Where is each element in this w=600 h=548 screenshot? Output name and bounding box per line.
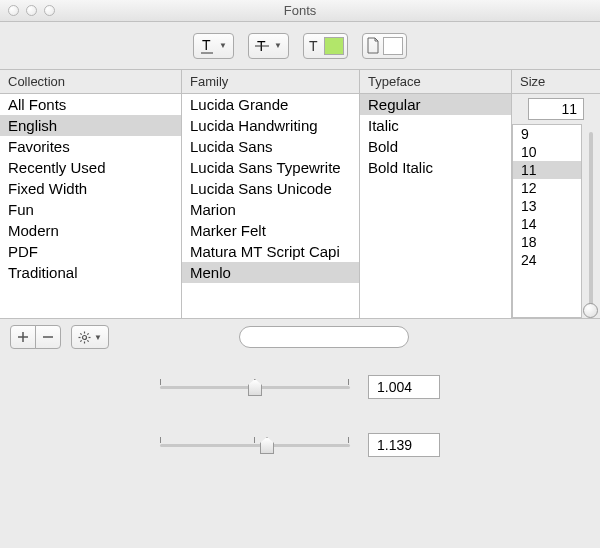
remove-button[interactable] xyxy=(35,325,61,349)
collection-header: Collection xyxy=(0,70,182,94)
list-item[interactable]: 14 xyxy=(513,215,581,233)
list-item[interactable]: 10 xyxy=(513,143,581,161)
text-color-icon: T xyxy=(307,38,321,54)
font-columns: Collection All FontsEnglishFavoritesRece… xyxy=(0,70,600,319)
family-list[interactable]: Lucida GrandeLucida HandwritingLucida Sa… xyxy=(182,94,360,318)
size-slider[interactable] xyxy=(582,124,600,318)
gear-icon xyxy=(78,331,91,344)
list-item[interactable]: Menlo xyxy=(182,262,359,283)
list-item[interactable]: PDF xyxy=(0,241,181,262)
chevron-down-icon: ▼ xyxy=(219,41,227,50)
typeface-header: Typeface xyxy=(360,70,512,94)
list-item[interactable]: Lucida Handwriting xyxy=(182,115,359,136)
list-item[interactable]: Italic xyxy=(360,115,511,136)
list-item[interactable]: 9 xyxy=(513,125,581,143)
family-header: Family xyxy=(182,70,360,94)
search-wrap xyxy=(239,326,409,348)
strikethrough-button[interactable]: T ▼ xyxy=(248,33,289,59)
size-list[interactable]: 910111213141824 xyxy=(512,124,582,318)
slider-row-1 xyxy=(160,375,440,399)
text-color-swatch xyxy=(324,37,344,55)
list-item[interactable]: 24 xyxy=(513,251,581,269)
list-item[interactable]: English xyxy=(0,115,181,136)
family-column: Family Lucida GrandeLucida HandwritingLu… xyxy=(182,70,360,318)
text-color-button[interactable]: T xyxy=(303,33,348,59)
svg-line-14 xyxy=(87,340,88,341)
slider-1-thumb[interactable] xyxy=(248,379,262,396)
add-button[interactable] xyxy=(10,325,36,349)
list-item[interactable]: Fixed Width xyxy=(0,178,181,199)
window-titlebar: Fonts xyxy=(0,0,600,22)
list-item[interactable]: Matura MT Script Capi xyxy=(182,241,359,262)
svg-line-16 xyxy=(80,340,81,341)
slider-row-2 xyxy=(160,433,440,457)
svg-line-13 xyxy=(80,333,81,334)
list-item[interactable]: 11 xyxy=(513,161,581,179)
collection-column: Collection All FontsEnglishFavoritesRece… xyxy=(0,70,182,318)
action-menu-button[interactable]: ▼ xyxy=(71,325,109,349)
list-item[interactable]: All Fonts xyxy=(0,94,181,115)
list-item[interactable]: Bold xyxy=(360,136,511,157)
size-header: Size xyxy=(512,70,600,94)
underline-icon: T xyxy=(200,38,214,54)
list-item[interactable]: Recently Used xyxy=(0,157,181,178)
chevron-down-icon: ▼ xyxy=(94,333,102,342)
list-item[interactable]: Favorites xyxy=(0,136,181,157)
bottom-bar: ▼ xyxy=(0,319,600,355)
svg-point-8 xyxy=(83,335,87,339)
adjustment-sliders xyxy=(0,355,600,477)
list-item[interactable]: Lucida Sans Typewrite xyxy=(182,157,359,178)
size-input[interactable] xyxy=(528,98,584,120)
list-item[interactable]: Marion xyxy=(182,199,359,220)
plus-icon xyxy=(18,332,28,342)
list-item[interactable]: Lucida Grande xyxy=(182,94,359,115)
svg-text:T: T xyxy=(202,38,211,53)
document-color-button[interactable] xyxy=(362,33,407,59)
list-item[interactable]: Regular xyxy=(360,94,511,115)
chevron-down-icon: ▼ xyxy=(274,41,282,50)
list-item[interactable]: Marker Felt xyxy=(182,220,359,241)
typeface-column: Typeface RegularItalicBoldBold Italic xyxy=(360,70,512,318)
search-input[interactable] xyxy=(239,326,409,348)
list-item[interactable]: Traditional xyxy=(0,262,181,283)
window-title: Fonts xyxy=(0,3,600,18)
slider-1-value[interactable] xyxy=(368,375,440,399)
list-item[interactable]: Lucida Sans Unicode xyxy=(182,178,359,199)
list-item[interactable]: Lucida Sans xyxy=(182,136,359,157)
slider-1[interactable] xyxy=(160,377,350,397)
size-column: Size 910111213141824 xyxy=(512,70,600,318)
svg-line-15 xyxy=(87,333,88,334)
svg-text:T: T xyxy=(309,38,318,54)
strikethrough-icon: T xyxy=(255,38,269,54)
size-slider-thumb[interactable] xyxy=(583,303,598,318)
list-item[interactable]: Modern xyxy=(0,220,181,241)
list-item[interactable]: Fun xyxy=(0,199,181,220)
list-item[interactable]: Bold Italic xyxy=(360,157,511,178)
effects-toolbar: T ▼ T ▼ T xyxy=(0,22,600,70)
list-item[interactable]: 12 xyxy=(513,179,581,197)
list-item[interactable]: 13 xyxy=(513,197,581,215)
collection-list[interactable]: All FontsEnglishFavoritesRecently UsedFi… xyxy=(0,94,182,318)
document-icon xyxy=(366,37,380,55)
slider-2[interactable] xyxy=(160,435,350,455)
typeface-list[interactable]: RegularItalicBoldBold Italic xyxy=(360,94,512,318)
minus-icon xyxy=(43,332,53,342)
underline-button[interactable]: T ▼ xyxy=(193,33,234,59)
slider-2-thumb[interactable] xyxy=(260,437,274,454)
list-item[interactable]: 18 xyxy=(513,233,581,251)
slider-2-value[interactable] xyxy=(368,433,440,457)
document-color-swatch xyxy=(383,37,403,55)
add-remove-group xyxy=(10,325,61,349)
